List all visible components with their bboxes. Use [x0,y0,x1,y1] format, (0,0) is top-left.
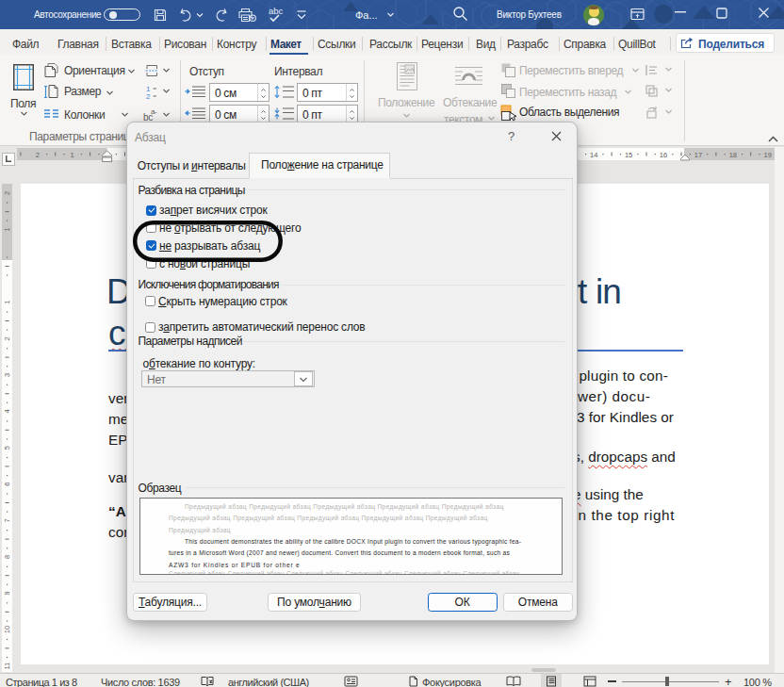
svg-text:1: 1 [3,227,11,231]
svg-text:16: 16 [660,151,667,159]
svg-text:2: 2 [146,92,151,99]
svg-text:8: 8 [3,555,11,559]
svg-text:1: 1 [3,301,11,304]
svg-text:14: 14 [590,151,597,159]
svg-text:bc: bc [143,112,153,122]
svg-text:7: 7 [3,518,11,522]
svg-text:2: 2 [3,336,11,340]
svg-text:4: 4 [3,409,11,413]
svg-text:9: 9 [3,591,11,595]
svg-text:10: 10 [3,626,11,633]
svg-text:17: 17 [694,151,702,159]
svg-text:3: 3 [3,373,11,377]
svg-text:15: 15 [625,151,632,159]
svg-text:2: 2 [3,191,11,195]
svg-text:6: 6 [3,483,11,486]
svg-text:19: 19 [764,151,772,159]
svg-text:18: 18 [729,151,737,159]
svg-text:abc: abc [269,6,284,16]
svg-text:11: 11 [3,662,11,670]
svg-text:5: 5 [3,446,11,450]
svg-text:2: 2 [36,151,40,159]
svg-text:1: 1 [71,151,74,159]
